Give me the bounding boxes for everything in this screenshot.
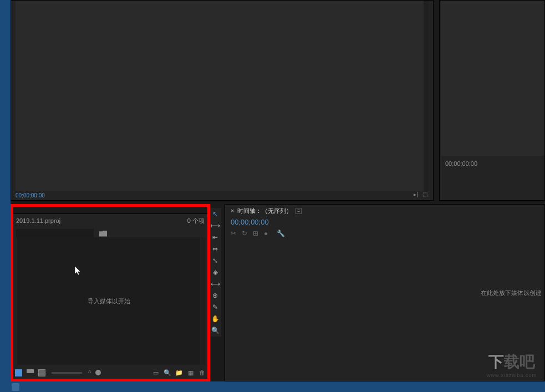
watermark-url: www.xiazaiba.com [487, 373, 537, 378]
list-view-icon[interactable] [15, 369, 22, 376]
program-viewer[interactable] [441, 1, 544, 156]
project-bottom-toolbar: ^ ▭ 🔍 📁 ▦ 🗑 [11, 367, 210, 378]
icon-view-icon[interactable] [27, 369, 34, 376]
project-filter-input[interactable] [16, 229, 94, 238]
app-left-stripe [0, 0, 11, 392]
automate-sequence-icon[interactable]: ▭ [152, 369, 159, 376]
source-transport-controls: ▸| ⬚ [414, 191, 427, 197]
timeline-tab-close[interactable]: × [231, 207, 234, 214]
timeline-drop-hint: 在此处放下媒体以创建 [481, 289, 542, 297]
hand-tool[interactable]: ✋ [210, 314, 220, 324]
timeline-tab-label: 时间轴：（无序列） [237, 207, 292, 215]
timeline-header-tools: ✂ ↻ ⊞ ● 🔧 [225, 227, 544, 240]
new-bin-icon[interactable]: 📁 [175, 369, 182, 376]
overwrite-icon[interactable]: ↻ [242, 230, 247, 237]
zoom-knob[interactable] [95, 370, 101, 375]
project-filename: 2019.1.11.prproj [16, 217, 60, 224]
source-monitor-panel: 00;00;00;00 ▸| ⬚ [11, 0, 434, 201]
project-item-count: 0 个项 [187, 217, 205, 225]
watermark-logo: 下 载 吧 [488, 352, 535, 373]
pen-tool[interactable]: ✎ [210, 302, 220, 312]
marker-icon[interactable]: ● [264, 230, 268, 237]
project-bin-area[interactable]: 导入媒体以开始 [17, 237, 200, 365]
ripple-edit-tool[interactable]: ⇤ [210, 232, 220, 242]
settings-wrench-icon[interactable]: 🔧 [277, 230, 285, 237]
play-icon[interactable]: ▸| [414, 191, 418, 197]
project-scrollbar[interactable] [201, 237, 206, 365]
timeline-tab[interactable]: × 时间轴：（无序列） ≡ [225, 205, 544, 217]
export-frame-icon[interactable]: ⬚ [422, 191, 427, 197]
delete-icon[interactable]: 🗑 [198, 369, 206, 376]
selection-tool[interactable]: ↖ [210, 209, 220, 219]
slide-tool[interactable]: ⊕ [210, 291, 220, 301]
taskbar-app-icon[interactable] [12, 383, 19, 391]
find-icon[interactable]: 🔍 [164, 369, 171, 376]
tools-panel: ↖ ⟼ ⇤ ⇔ ⤡ ◈ ⟷ ⊕ ✎ ✋ 🔍 [210, 208, 221, 337]
program-timecode[interactable]: 00;00;00;00 [445, 160, 477, 167]
watermark-char-2: 载 [504, 352, 519, 373]
snap-icon[interactable]: ⊞ [253, 230, 258, 237]
project-panel: 2019.1.11.prproj 0 个项 导入媒体以开始 ^ ▭ 🔍 📁 ▦ … [11, 204, 210, 381]
source-timecode[interactable]: 00;00;00;00 [16, 192, 45, 198]
rolling-edit-tool[interactable]: ⇔ [210, 244, 220, 254]
new-item-icon[interactable]: ▦ [187, 369, 194, 376]
zoom-caret-icon[interactable]: ^ [88, 369, 91, 376]
source-scrollbar[interactable] [424, 1, 429, 191]
insert-icon[interactable]: ✂ [231, 230, 236, 237]
folder-icon[interactable] [99, 231, 107, 237]
watermark-char-3: 吧 [519, 352, 535, 373]
watermark: 下 载 吧 www.xiazaiba.com [487, 352, 537, 378]
zoom-tool[interactable]: 🔍 [210, 325, 220, 335]
freeform-view-icon[interactable] [38, 369, 45, 376]
track-select-tool[interactable]: ⟼ [210, 221, 220, 231]
source-viewer[interactable] [16, 1, 429, 191]
slip-tool[interactable]: ⟷ [210, 279, 220, 289]
project-header: 2019.1.11.prproj 0 个项 [11, 214, 210, 227]
rate-stretch-tool[interactable]: ⤡ [210, 256, 220, 266]
import-media-prompt: 导入媒体以开始 [88, 297, 130, 306]
timeline-tab-menu-icon[interactable]: ≡ [296, 208, 302, 214]
project-tab-bar[interactable] [11, 204, 210, 214]
source-viewer-inner [16, 1, 424, 191]
watermark-char-1: 下 [488, 352, 504, 373]
program-monitor-panel: 00;00;00;00 [439, 0, 545, 201]
bottom-taskbar-stripe [11, 381, 545, 392]
thumbnail-zoom-slider[interactable] [52, 372, 82, 374]
razor-tool[interactable]: ◈ [210, 267, 220, 277]
timeline-playhead-timecode[interactable]: 00;00;00;00 [225, 217, 544, 227]
